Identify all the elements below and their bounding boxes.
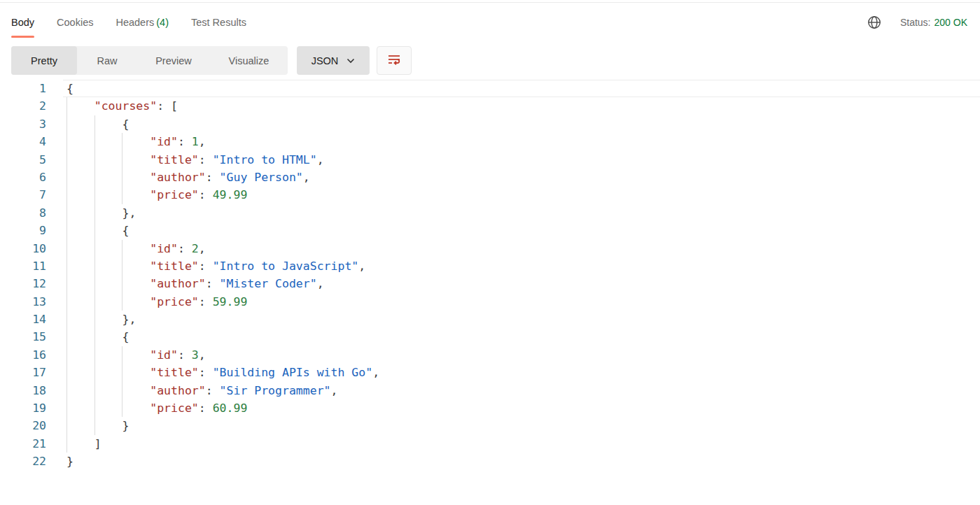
- code-line-content[interactable]: "id": 3,: [63, 346, 980, 364]
- token-punct: ,: [303, 171, 310, 184]
- code-line: 20 }: [0, 417, 980, 434]
- token-key: "title": [150, 366, 199, 379]
- code-line-content[interactable]: "price": 59.99: [63, 293, 980, 311]
- indent-guide: [94, 186, 95, 204]
- token-key: "id": [150, 348, 178, 362]
- token-num: 2: [192, 242, 199, 255]
- code-line-content[interactable]: },: [63, 204, 980, 222]
- indent-guide: [94, 133, 95, 150]
- token-num: 49.99: [213, 188, 248, 201]
- tab-test-results[interactable]: Test Results: [191, 3, 246, 41]
- indent-guide: [66, 151, 67, 169]
- token-punct: ]: [94, 437, 102, 450]
- token-key: "price": [150, 188, 199, 201]
- view-tab-preview[interactable]: Preview: [137, 46, 210, 75]
- tab-body[interactable]: Body: [11, 3, 34, 41]
- wrap-lines-button[interactable]: [377, 46, 412, 75]
- code-line-content[interactable]: "author": "Mister Coder",: [63, 275, 980, 292]
- code-line-content[interactable]: },: [63, 311, 980, 328]
- tab-body-label: Body: [11, 17, 34, 28]
- code-line-content[interactable]: "author": "Guy Person",: [63, 169, 980, 186]
- indent-guide: [94, 346, 95, 364]
- indent-guide: [122, 293, 122, 311]
- indent-guide: [94, 364, 95, 381]
- token-str: "Building APIs with Go": [213, 366, 372, 379]
- indent-guide: [66, 328, 67, 346]
- code-line-content[interactable]: ]: [63, 435, 980, 453]
- token-punct: ,: [372, 366, 379, 379]
- line-number: 17: [0, 364, 63, 381]
- code-line-content[interactable]: "courses": [: [63, 97, 980, 115]
- code-line: 4 "id": 1,: [0, 133, 980, 150]
- code-line: 17 "title": "Building APIs with Go",: [0, 364, 980, 381]
- token-punct: :: [178, 135, 192, 148]
- code-line-content[interactable]: }: [63, 453, 980, 470]
- indent-guide: [66, 435, 67, 453]
- line-number: 12: [0, 275, 63, 292]
- code-line: 1{: [0, 80, 980, 97]
- token-key: "courses": [94, 99, 157, 113]
- indent-guide: [94, 382, 95, 399]
- code-line-content[interactable]: "price": 60.99: [63, 399, 980, 417]
- code-line-content[interactable]: {: [63, 115, 980, 133]
- code-line: 13 "price": 59.99: [0, 293, 980, 311]
- code-line: 11 "title": "Intro to JavaScript",: [0, 257, 980, 275]
- code-line-content[interactable]: "id": 2,: [63, 240, 980, 257]
- indent-guide: [66, 133, 67, 150]
- code-line-content[interactable]: "title": "Building APIs with Go",: [63, 364, 980, 381]
- response-meta: Status: 200 OK: [867, 3, 967, 41]
- indent-guide: [66, 97, 67, 115]
- code-line-content[interactable]: {: [63, 222, 980, 239]
- code-line-content[interactable]: {: [63, 80, 980, 97]
- code-line-content[interactable]: {: [63, 328, 980, 346]
- code-editor[interactable]: 1{2 "courses": [3 {4 "id": 1,5 "title": …: [0, 80, 980, 471]
- code-line-content[interactable]: "title": "Intro to HTML",: [63, 151, 980, 169]
- globe-icon[interactable]: [867, 15, 882, 30]
- token-key: "title": [150, 153, 199, 166]
- view-mode-switch: Pretty Raw Preview Visualize: [11, 46, 288, 75]
- tab-cookies-label: Cookies: [57, 17, 93, 28]
- code-line-content[interactable]: }: [63, 417, 980, 434]
- tab-cookies[interactable]: Cookies: [57, 3, 93, 41]
- tab-headers[interactable]: Headers (4): [115, 3, 169, 41]
- token-punct: :: [199, 401, 213, 415]
- token-punct: :: [199, 153, 213, 166]
- view-tab-pretty[interactable]: Pretty: [11, 46, 77, 75]
- line-number: 1: [0, 80, 63, 97]
- code-line: 6 "author": "Guy Person",: [0, 169, 980, 186]
- line-number: 5: [0, 151, 63, 169]
- code-line: 22}: [0, 453, 980, 470]
- token-punct: :: [206, 384, 220, 397]
- code-line: 18 "author": "Sir Programmer",: [0, 382, 980, 399]
- token-key: "price": [150, 295, 199, 308]
- line-number: 9: [0, 222, 63, 239]
- code-line: 21 ]: [0, 435, 980, 453]
- indent-guide: [66, 417, 67, 434]
- code-line: 9 {: [0, 222, 980, 239]
- line-number: 20: [0, 417, 63, 434]
- token-punct: :: [199, 295, 213, 308]
- indent-guide: [122, 186, 122, 204]
- indent-guide: [66, 382, 67, 399]
- indent-guide: [122, 257, 122, 275]
- line-number: 8: [0, 204, 63, 222]
- indent-guide: [66, 257, 67, 275]
- token-punct: :: [206, 171, 220, 184]
- code-line-content[interactable]: "price": 49.99: [63, 186, 980, 204]
- indent-guide: [122, 399, 122, 417]
- view-tab-raw[interactable]: Raw: [77, 46, 137, 75]
- indent-guide: [122, 346, 122, 364]
- token-str: "Intro to HTML": [213, 153, 317, 166]
- token-num: 3: [192, 348, 199, 362]
- code-line-content[interactable]: "author": "Sir Programmer",: [63, 382, 980, 399]
- code-line-content[interactable]: "title": "Intro to JavaScript",: [63, 257, 980, 275]
- token-str: "Mister Coder": [220, 277, 317, 290]
- token-punct: :: [199, 366, 213, 379]
- indent-guide: [94, 204, 95, 222]
- code-line-content[interactable]: "id": 1,: [63, 133, 980, 150]
- format-dropdown[interactable]: JSON: [297, 46, 370, 75]
- indent-guide: [66, 186, 67, 204]
- code-line: 3 {: [0, 115, 980, 133]
- token-punct: ,: [199, 348, 206, 362]
- view-tab-visualize[interactable]: Visualize: [210, 46, 288, 75]
